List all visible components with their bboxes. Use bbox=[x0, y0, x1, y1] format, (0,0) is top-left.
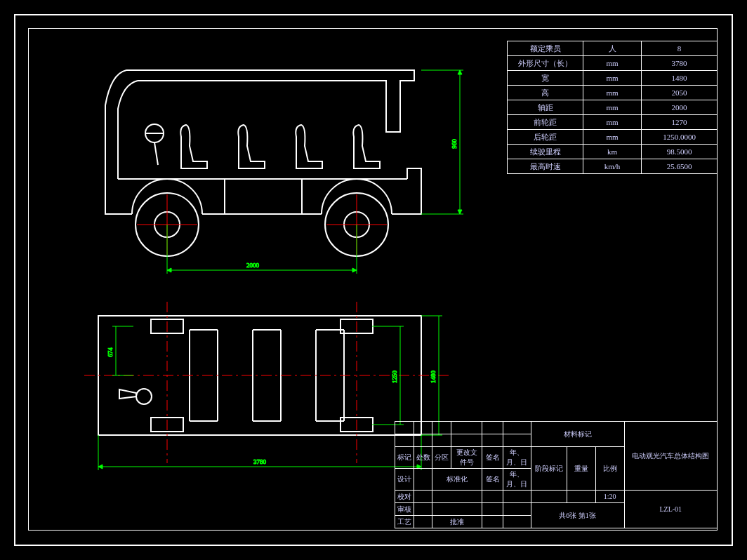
table-row: 前轮距mm1270 bbox=[508, 115, 718, 130]
side-view bbox=[105, 70, 421, 256]
title-block: 材料标记 电动观光汽车总体结构图 标记 处数 分区 更改文件号 签名 年、月、日… bbox=[395, 421, 718, 528]
dim-height: 960 bbox=[451, 139, 458, 149]
table-row: 额定乘员人8 bbox=[508, 41, 718, 56]
dim-length: 3780 bbox=[253, 458, 267, 465]
seat-icon bbox=[180, 125, 207, 168]
drawing-title: 电动观光汽车总体结构图 bbox=[624, 422, 717, 491]
svg-rect-0 bbox=[225, 179, 302, 214]
material-mark: 材料标记 bbox=[531, 422, 624, 447]
seat-icon bbox=[238, 125, 265, 168]
svg-line-2 bbox=[154, 142, 158, 165]
table-row: 后轮距mm1250.0000 bbox=[508, 130, 718, 145]
drawing-number: LZL-01 bbox=[624, 491, 717, 528]
center-marks bbox=[137, 194, 387, 255]
sheet-info: 共6张 第1张 bbox=[531, 503, 624, 528]
dimensions-side: 2000 960 bbox=[167, 70, 463, 274]
table-row: 宽mm1480 bbox=[508, 71, 718, 86]
seat-icon bbox=[296, 125, 322, 168]
dim-body-width: 1480 bbox=[430, 371, 437, 384]
dim-track: 1250 bbox=[391, 371, 398, 384]
table-row: 外形尺寸（长）mm3780 bbox=[508, 56, 718, 71]
table-row: 最高时速km/h25.6500 bbox=[508, 159, 718, 174]
table-row: 续驶里程km98.5000 bbox=[508, 145, 718, 159]
dim-wheelbase: 2000 bbox=[246, 262, 260, 269]
dimensions-top: 3780 674 1250 1480 bbox=[98, 316, 442, 470]
dim-half-width: 674 bbox=[107, 347, 114, 357]
table-row: 轴距mm2000 bbox=[508, 100, 718, 115]
seat-icon bbox=[353, 125, 380, 168]
table-row: 高mm2050 bbox=[508, 86, 718, 100]
spec-table: 额定乘员人8 外形尺寸（长）mm3780 宽mm1480 高mm2050 轴距m… bbox=[507, 41, 718, 174]
svg-point-23 bbox=[136, 389, 152, 404]
